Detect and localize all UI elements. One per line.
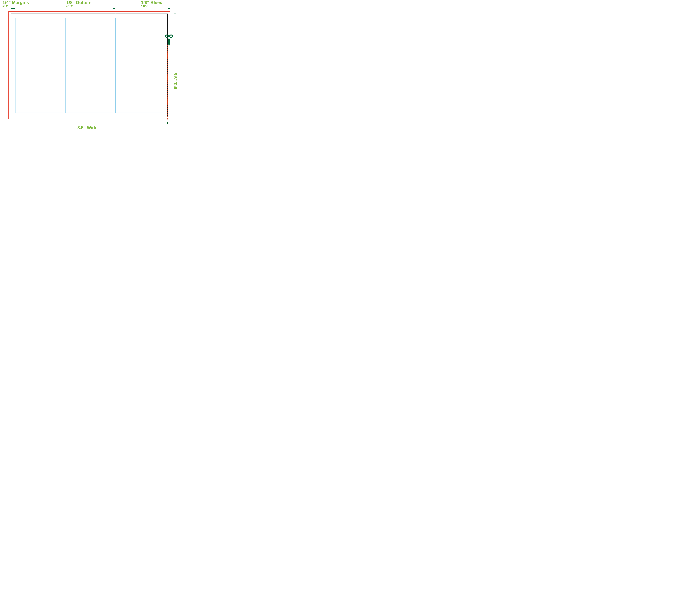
- svg-point-2: [169, 39, 170, 40]
- margins-title: 1/4" Margins: [2, 0, 29, 5]
- cut-line: [167, 45, 168, 119]
- gutters-label: 1/8" Gutters 0.125": [66, 0, 91, 7]
- margins-label: 1/4" Margins 0.25": [2, 0, 29, 7]
- gutters-sub: 0.125": [66, 5, 91, 7]
- wide-bracket: [11, 122, 168, 124]
- gutters-title: 1/8" Gutters: [66, 0, 91, 5]
- wide-label: 8.5" Wide: [77, 125, 98, 130]
- tall-label: 5.5" Tall: [173, 72, 178, 89]
- margins-sub: 0.25": [2, 5, 29, 7]
- bleed-sub: 0.125": [141, 5, 163, 7]
- bleed-bracket: [168, 8, 170, 10]
- bleed-title: 1/8" Bleed: [141, 0, 163, 5]
- svg-point-0: [166, 35, 168, 38]
- panel-1: [15, 18, 63, 113]
- bleed-label: 1/8" Bleed 0.125": [141, 0, 163, 7]
- tall-bracket: [174, 14, 176, 117]
- panel-2: [65, 18, 113, 113]
- panel-3: [116, 18, 163, 113]
- margins-bracket: [11, 8, 15, 10]
- svg-point-1: [170, 35, 172, 38]
- scissors-icon: [164, 34, 174, 46]
